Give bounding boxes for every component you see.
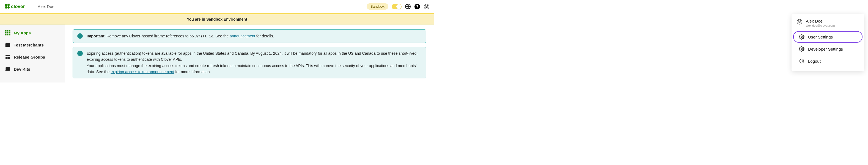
clover-logo[interactable]: clover: [4, 3, 32, 10]
svg-rect-18: [7, 34, 8, 35]
alert-content: Expiring access (authentication) tokens …: [87, 50, 422, 75]
svg-rect-23: [6, 67, 9, 70]
token-announcement-link[interactable]: expiring access token announcement: [111, 70, 174, 74]
main-layout: My Apps Test Merchants Release Groups De…: [0, 25, 434, 82]
globe-icon[interactable]: [405, 4, 411, 10]
header-username: Alex Doe: [38, 4, 55, 9]
svg-rect-22: [8, 57, 10, 59]
svg-text:?: ?: [416, 4, 418, 8]
svg-rect-11: [5, 30, 6, 31]
svg-text:clover: clover: [11, 4, 25, 9]
release-icon: [5, 54, 10, 60]
alert-polyfill: i Important: Remove any Clover-hosted if…: [72, 29, 426, 43]
announcement-link[interactable]: announcement: [230, 34, 255, 38]
svg-rect-14: [5, 32, 6, 33]
sandbox-badge: Sandbox: [367, 3, 389, 10]
svg-point-3: [7, 6, 10, 8]
sidebar-item-my-apps[interactable]: My Apps: [0, 27, 65, 39]
svg-rect-15: [7, 32, 8, 33]
svg-rect-17: [5, 34, 6, 35]
svg-rect-16: [9, 32, 10, 33]
sidebar-item-dev-kits[interactable]: Dev Kits: [0, 63, 65, 75]
sidebar-item-label: My Apps: [14, 31, 31, 35]
info-icon: i: [77, 33, 83, 39]
top-header: clover Alex Doe Sandbox ?: [0, 0, 434, 13]
account-icon[interactable]: [424, 4, 430, 10]
sidebar-item-label: Dev Kits: [14, 67, 30, 71]
svg-point-10: [426, 5, 427, 7]
header-right: Sandbox ?: [367, 3, 430, 10]
sandbox-banner: You are in Sandbox Environment: [0, 13, 434, 25]
alert-content: Important: Remove any Clover-hosted ifra…: [87, 33, 274, 39]
sidebar-item-label: Release Groups: [14, 55, 45, 59]
laptop-icon: [5, 66, 10, 72]
toggle-knob: [396, 4, 401, 9]
grid-icon: [5, 30, 10, 35]
svg-rect-19: [9, 34, 10, 35]
sidebar-item-label: Test Merchants: [14, 43, 44, 47]
store-icon: [5, 42, 10, 47]
help-icon[interactable]: ?: [414, 4, 420, 10]
svg-rect-21: [6, 57, 8, 59]
svg-rect-20: [6, 55, 10, 56]
svg-point-0: [5, 4, 7, 6]
svg-rect-13: [9, 30, 10, 31]
svg-rect-12: [7, 30, 8, 31]
header-divider: [35, 4, 35, 10]
svg-point-2: [5, 6, 7, 8]
svg-point-1: [7, 4, 10, 6]
info-icon: i: [77, 51, 83, 56]
sidebar-item-test-merchants[interactable]: Test Merchants: [0, 39, 65, 51]
main-content: i Important: Remove any Clover-hosted if…: [65, 25, 434, 82]
sidebar: My Apps Test Merchants Release Groups De…: [0, 25, 65, 82]
environment-toggle[interactable]: [392, 4, 402, 9]
alert-tokens: i Expiring access (authentication) token…: [72, 47, 426, 79]
sidebar-item-release-groups[interactable]: Release Groups: [0, 51, 65, 63]
